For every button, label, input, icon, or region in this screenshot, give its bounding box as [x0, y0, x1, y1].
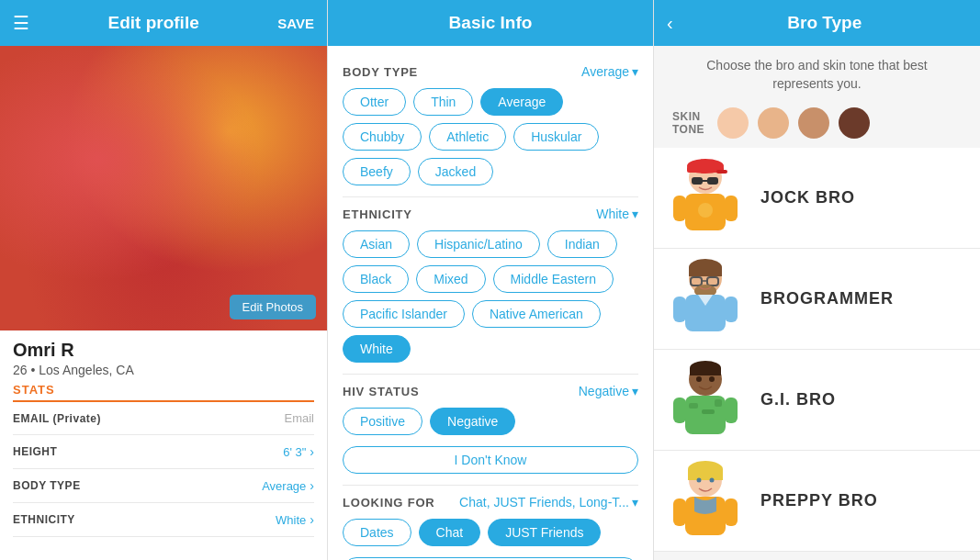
svg-rect-40: [725, 498, 738, 526]
profile-name: Omri R: [13, 340, 314, 361]
profile-details: 26 • Los Angeles, CA: [13, 363, 314, 377]
svg-rect-24: [690, 368, 721, 375]
chevron-down-icon-2: ▾: [632, 207, 638, 221]
hiv-status-header: HIV STATUS Negative ▾: [343, 384, 638, 398]
divider-3: [343, 485, 638, 486]
ethnicity-pills: Asian Hispanic/Latino Indian Black Mixed…: [343, 230, 638, 363]
hiv-status-value[interactable]: Negative ▾: [579, 384, 638, 398]
svg-rect-28: [673, 398, 686, 423]
bro-name-brogrammer: BROGRAMMER: [760, 289, 894, 308]
bro-item-preppy[interactable]: PREPPY BRO: [654, 451, 980, 552]
hiv-status-pills: Positive Negative: [343, 408, 638, 435]
body-type-pills: Otter Thin Average Chubby Athletic Husku…: [343, 88, 638, 185]
chevron-right-icon-3: ›: [310, 512, 314, 527]
ethnicity-value[interactable]: White ▾: [596, 207, 638, 221]
chevron-down-icon-4: ▾: [632, 495, 638, 510]
back-icon[interactable]: ‹: [667, 13, 673, 34]
svg-rect-35: [688, 469, 723, 480]
stats-section: STATS EMAIL (Private) Email HEIGHT 6' 3"…: [0, 383, 327, 560]
stats-label-height: HEIGHT: [13, 445, 57, 458]
looking-for-header: LOOKING FOR Chat, JUST Friends, Long-T..…: [343, 495, 638, 510]
body-type-header: BODY TYPE Average ▾: [343, 64, 638, 79]
pill-chat[interactable]: Chat: [419, 519, 481, 546]
stats-value-ethnicity: White ›: [276, 512, 314, 527]
skin-tone-dark[interactable]: [839, 107, 870, 139]
skin-tone-circles: [717, 107, 870, 139]
profile-dot: •: [30, 363, 39, 377]
pill-huskular[interactable]: Huskular: [513, 123, 599, 151]
svg-rect-39: [673, 498, 686, 526]
profile-photo: Edit Photos: [0, 46, 327, 330]
svg-point-26: [709, 376, 715, 382]
svg-rect-20: [725, 297, 738, 322]
skin-tone-medium[interactable]: [798, 107, 829, 139]
bro-item-jock[interactable]: JOCK BRO: [654, 148, 980, 249]
bro-subtitle: Choose the bro and skin tone that best r…: [654, 46, 980, 102]
edit-profile-header: ☰ Edit profile SAVE: [0, 0, 327, 46]
pill-positive[interactable]: Positive: [343, 408, 422, 435]
svg-rect-30: [689, 403, 698, 409]
svg-rect-13: [689, 267, 722, 276]
bro-type-header: ‹ Bro Type: [654, 0, 980, 46]
stats-value-height: 6' 3" ›: [283, 444, 314, 459]
pill-jacked[interactable]: Jacked: [418, 158, 493, 185]
profile-age: 26: [13, 363, 28, 377]
skin-tone-light[interactable]: [717, 107, 749, 139]
pill-pacific-islander[interactable]: Pacific Islander: [343, 300, 465, 328]
pill-chubby[interactable]: Chubby: [343, 123, 422, 151]
pill-beefy[interactable]: Beefy: [343, 158, 411, 185]
pill-dont-know[interactable]: I Don't Know: [343, 446, 638, 474]
svg-rect-19: [673, 297, 686, 322]
basic-info-title: Basic Info: [449, 13, 533, 33]
bro-avatar-jock: [669, 157, 742, 240]
svg-rect-4: [692, 177, 703, 185]
stats-row-bodytype[interactable]: BODY TYPE Average ›: [13, 469, 314, 503]
pill-athletic[interactable]: Athletic: [429, 123, 506, 151]
bro-name-preppy: PREPPY BRO: [760, 491, 878, 510]
bro-avatar-gi: [669, 359, 742, 442]
looking-for-pills: Dates Chat JUST Friends: [343, 519, 638, 546]
stats-label-ethnicity: ETHNICITY: [13, 513, 75, 526]
save-button[interactable]: SAVE: [277, 16, 314, 31]
skin-tone-row: SKINTONE: [654, 102, 980, 148]
skin-tone-medium-light[interactable]: [758, 107, 789, 139]
profile-info: Omri R 26 • Los Angeles, CA: [0, 330, 327, 383]
divider-2: [343, 374, 638, 375]
bro-item-gi[interactable]: G.I. BRO: [654, 350, 980, 451]
body-type-value[interactable]: Average ▾: [581, 64, 638, 79]
ethnicity-header: ETHNICITY White ▾: [343, 207, 638, 221]
pill-white[interactable]: White: [343, 335, 411, 363]
looking-for-value[interactable]: Chat, JUST Friends, Long-T... ▾: [459, 495, 638, 510]
pill-just-friends[interactable]: JUST Friends: [488, 519, 601, 546]
svg-point-36: [697, 477, 702, 482]
pill-hispanic[interactable]: Hispanic/Latino: [417, 230, 540, 258]
edit-photos-button[interactable]: Edit Photos: [230, 295, 317, 319]
body-type-label: BODY TYPE: [343, 65, 418, 79]
svg-point-10: [698, 203, 713, 218]
chevron-down-icon-3: ▾: [632, 384, 638, 398]
menu-icon[interactable]: ☰: [13, 12, 29, 34]
pill-native-american[interactable]: Native American: [472, 300, 601, 328]
looking-for-label: LOOKING FOR: [343, 496, 435, 510]
pill-negative[interactable]: Negative: [430, 408, 515, 435]
stats-row-height[interactable]: HEIGHT 6' 3" ›: [13, 435, 314, 469]
pill-thin[interactable]: Thin: [413, 88, 473, 116]
skin-tone-label: SKINTONE: [672, 110, 704, 137]
stats-label-email: EMAIL (Private): [13, 412, 101, 425]
stats-row-email[interactable]: EMAIL (Private) Email: [13, 402, 314, 435]
photo-background: [0, 46, 327, 330]
stats-row-ethnicity[interactable]: ETHNICITY White ›: [13, 503, 314, 537]
bro-item-brogrammer[interactable]: BROGRAMMER: [654, 249, 980, 350]
pill-asian[interactable]: Asian: [343, 230, 410, 258]
edit-profile-panel: ☰ Edit profile SAVE Edit Photos Omri R 2…: [0, 0, 327, 560]
pill-mixed[interactable]: Mixed: [416, 265, 485, 293]
pill-indian[interactable]: Indian: [547, 230, 617, 258]
pill-otter[interactable]: Otter: [343, 88, 406, 116]
pill-dates[interactable]: Dates: [343, 519, 411, 546]
pill-average[interactable]: Average: [480, 88, 563, 116]
pill-black[interactable]: Black: [343, 265, 409, 293]
chevron-right-icon: ›: [310, 444, 314, 459]
pill-middle-eastern[interactable]: Middle Eastern: [493, 265, 614, 293]
edit-profile-title: Edit profile: [108, 13, 199, 33]
basic-info-panel: Basic Info BODY TYPE Average ▾ Otter Thi…: [327, 0, 654, 560]
